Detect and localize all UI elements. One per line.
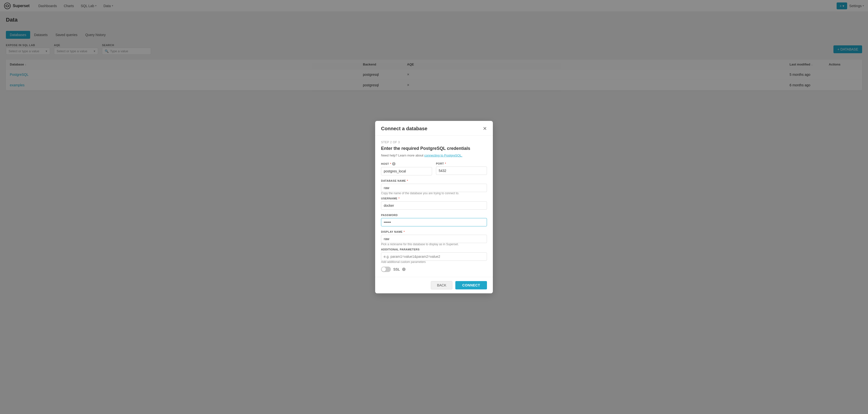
additional-params-group: ADDITIONAL PARAMETERS xyxy=(381,248,487,261)
username-label: USERNAME * xyxy=(381,197,487,200)
modal-body: STEP 2 OF 3 Enter the required PostgreSQ… xyxy=(375,136,493,277)
display-name-required: * xyxy=(404,230,405,233)
password-group: PASSWORD xyxy=(381,214,487,226)
password-input[interactable] xyxy=(381,218,487,226)
display-name-input[interactable] xyxy=(381,235,487,243)
host-info-icon[interactable]: i xyxy=(392,162,396,166)
username-group: USERNAME * xyxy=(381,197,487,210)
db-name-input[interactable] xyxy=(381,184,487,192)
db-name-help: Copy the name of the database you are tr… xyxy=(381,191,487,195)
db-name-label: DATABASE NAME * xyxy=(381,179,487,182)
ssl-info-icon[interactable]: i xyxy=(402,268,406,271)
modal-footer: BACK CONNECT xyxy=(375,277,493,293)
modal-overlay: Connect a database ✕ STEP 2 OF 3 Enter t… xyxy=(0,0,868,414)
port-required: * xyxy=(445,162,446,165)
modal-subtitle: Enter the required PostgreSQL credential… xyxy=(381,146,487,151)
additional-params-help: Add additional custom parameters xyxy=(381,260,487,264)
port-group: PORT * xyxy=(436,162,487,175)
display-name-group: DISPLAY NAME * xyxy=(381,230,487,243)
additional-params-input[interactable] xyxy=(381,253,487,261)
host-group: HOST * i xyxy=(381,162,432,175)
modal-close-button[interactable]: ✕ xyxy=(483,126,487,131)
connect-database-modal: Connect a database ✕ STEP 2 OF 3 Enter t… xyxy=(375,121,493,293)
host-required: * xyxy=(390,162,391,165)
help-link[interactable]: connecting to PostgreSQL. xyxy=(424,153,462,157)
host-label: HOST * i xyxy=(381,162,432,166)
host-port-row: HOST * i PORT * xyxy=(381,162,487,175)
modal-header: Connect a database ✕ xyxy=(375,121,493,136)
port-label: PORT * xyxy=(436,162,487,165)
port-input[interactable] xyxy=(436,167,487,175)
additional-params-label: ADDITIONAL PARAMETERS xyxy=(381,248,487,251)
display-name-help: Pick a nickname for this database to dis… xyxy=(381,242,487,246)
ssl-toggle[interactable] xyxy=(381,267,391,272)
modal-help-text: Need help? Learn more about connecting t… xyxy=(381,153,487,157)
ssl-toggle-thumb xyxy=(381,267,386,271)
host-input[interactable] xyxy=(381,167,432,175)
display-name-label: DISPLAY NAME * xyxy=(381,230,487,233)
db-name-required: * xyxy=(407,179,408,182)
username-required: * xyxy=(398,197,400,200)
password-label: PASSWORD xyxy=(381,214,487,216)
ssl-label: SSL xyxy=(393,267,400,271)
db-name-group: DATABASE NAME * xyxy=(381,179,487,192)
modal-title: Connect a database xyxy=(381,126,427,131)
ssl-row: SSL i xyxy=(381,267,487,272)
back-button[interactable]: BACK xyxy=(431,281,453,289)
connect-button[interactable]: CONNECT xyxy=(455,281,487,289)
username-input[interactable] xyxy=(381,201,487,210)
step-label: STEP 2 OF 3 xyxy=(381,141,487,144)
